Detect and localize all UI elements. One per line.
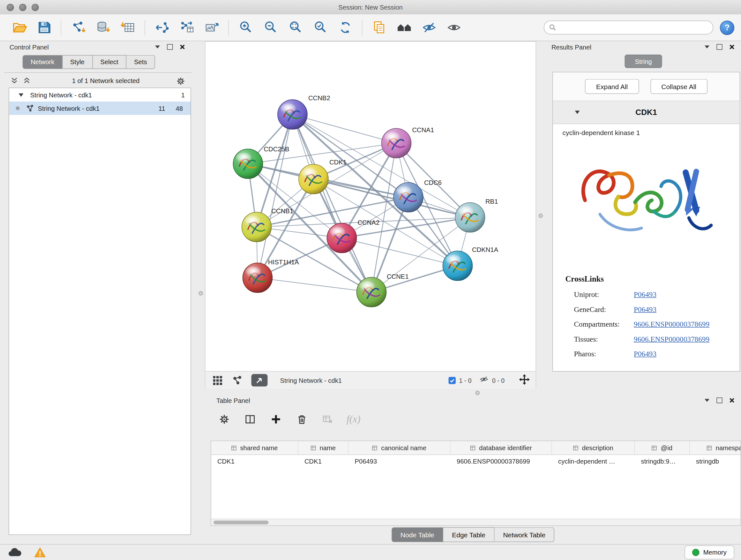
tab-node-table[interactable]: Node Table bbox=[391, 527, 443, 543]
float-panel-icon[interactable] bbox=[716, 397, 723, 404]
table-cell[interactable]: stringdb:9… bbox=[635, 458, 690, 465]
network-node-CCNE1[interactable] bbox=[357, 277, 387, 307]
close-panel-icon[interactable] bbox=[729, 44, 735, 51]
table-cell[interactable]: P06493 bbox=[348, 458, 451, 465]
zoom-in-icon[interactable] bbox=[237, 18, 255, 37]
table-settings-gear-icon[interactable] bbox=[217, 413, 231, 426]
float-panel-icon[interactable] bbox=[716, 44, 723, 51]
memory-button[interactable]: Memory bbox=[684, 545, 734, 559]
crosslink-link[interactable]: 9606.ENSP00000378699 bbox=[634, 334, 710, 343]
save-session-icon[interactable] bbox=[35, 18, 53, 37]
home-overview-icon[interactable] bbox=[395, 18, 413, 37]
table-cell[interactable]: CDK1 bbox=[211, 458, 298, 465]
collapse-panel-icon[interactable] bbox=[154, 44, 161, 51]
table-row[interactable]: CDK1CDK1P064939606.ENSP00000378699cyclin… bbox=[211, 455, 741, 468]
import-network-from-file-icon[interactable] bbox=[69, 18, 87, 37]
zoom-window-icon[interactable] bbox=[31, 4, 39, 11]
protein-section-header[interactable]: CDK1 bbox=[553, 101, 740, 124]
network-node-CCNB1[interactable] bbox=[242, 212, 272, 242]
column-header-name[interactable]: name bbox=[298, 441, 349, 455]
table-cell[interactable]: stringdb bbox=[690, 458, 741, 465]
network-node-CDK1[interactable] bbox=[299, 165, 328, 194]
collapse-panel-icon[interactable] bbox=[704, 397, 711, 404]
column-header-database-identifier[interactable]: database identifier bbox=[451, 441, 552, 455]
grid-view-icon[interactable] bbox=[211, 374, 224, 387]
zoom-selected-icon[interactable] bbox=[311, 18, 329, 37]
tab-sets[interactable]: Sets bbox=[126, 55, 155, 69]
add-column-icon[interactable] bbox=[269, 413, 282, 426]
show-columns-icon[interactable] bbox=[243, 413, 257, 426]
selected-nodes-checkbox[interactable] bbox=[448, 377, 456, 384]
warning-icon[interactable] bbox=[31, 546, 48, 558]
collection-expand-icon[interactable] bbox=[19, 93, 23, 97]
expand-all-button[interactable]: Expand All bbox=[585, 79, 638, 94]
hide-selected-eye-slash-icon[interactable] bbox=[420, 18, 438, 37]
expand-all-networks-icon[interactable] bbox=[23, 77, 31, 84]
table-cell[interactable]: CDK1 bbox=[298, 458, 349, 465]
column-header-canonical-name[interactable]: canonical name bbox=[348, 441, 451, 455]
export-view-button[interactable] bbox=[252, 374, 268, 387]
network-from-selection-icon[interactable] bbox=[153, 18, 171, 37]
right-splitter-handle[interactable] bbox=[539, 213, 543, 218]
network-node-CCNA2[interactable] bbox=[327, 223, 357, 253]
collapse-all-networks-icon[interactable] bbox=[10, 77, 19, 84]
import-network-from-database-icon[interactable] bbox=[94, 18, 112, 37]
crosslink-link[interactable]: P06493 bbox=[634, 349, 657, 358]
export-table-icon[interactable] bbox=[178, 18, 196, 37]
table-body: CDK1CDK1P064939606.ENSP00000378699cyclin… bbox=[211, 455, 741, 468]
close-panel-icon[interactable] bbox=[729, 397, 735, 404]
crosslink-link[interactable]: 9606.ENSP00000378699 bbox=[634, 320, 710, 328]
export-image-icon[interactable] bbox=[203, 18, 221, 37]
import-table-from-file-icon[interactable] bbox=[119, 18, 137, 37]
network-node-CDC6[interactable] bbox=[394, 183, 423, 212]
help-icon[interactable]: ? bbox=[720, 20, 734, 35]
delete-column-trash-icon[interactable] bbox=[295, 413, 308, 426]
crosslink-link[interactable]: P06493 bbox=[634, 305, 657, 314]
tab-string[interactable]: String bbox=[625, 55, 662, 68]
collapse-panel-icon[interactable] bbox=[704, 44, 711, 51]
table-cell[interactable]: 9606.ENSP00000378699 bbox=[451, 458, 552, 465]
table-toolbar: f(x) bbox=[205, 406, 741, 432]
network-canvas[interactable]: CCNB2CCNA1CDC25BCDK1CDC6RB1CCNB1CCNA2CDK… bbox=[205, 42, 536, 371]
refresh-layout-icon[interactable] bbox=[336, 18, 354, 37]
network-node-CDC25B[interactable] bbox=[233, 149, 263, 179]
tab-style[interactable]: Style bbox=[63, 55, 93, 69]
network-node-CCNA1[interactable] bbox=[382, 128, 411, 158]
minimize-window-icon[interactable] bbox=[19, 4, 26, 11]
scrollbar-thumb[interactable] bbox=[213, 520, 269, 524]
network-collection-row[interactable]: String Network - cdk1 1 bbox=[9, 88, 191, 102]
crosslink-link[interactable]: P06493 bbox=[634, 290, 657, 299]
network-node-CDKN1A[interactable] bbox=[443, 251, 473, 281]
tab-network[interactable]: Network bbox=[23, 55, 63, 69]
close-panel-icon[interactable] bbox=[179, 44, 186, 51]
column-header-namespace[interactable]: namespace bbox=[690, 441, 741, 455]
copy-document-icon[interactable] bbox=[370, 18, 388, 37]
collapse-all-button[interactable]: Collapse All bbox=[650, 79, 708, 94]
show-all-eye-icon[interactable] bbox=[445, 18, 463, 37]
column-header-@id[interactable]: @id bbox=[635, 441, 690, 455]
zoom-fit-content-icon[interactable] bbox=[286, 18, 305, 37]
horizontal-splitter-handle[interactable] bbox=[475, 391, 480, 395]
tab-network-table[interactable]: Network Table bbox=[494, 527, 554, 543]
share-network-icon[interactable] bbox=[231, 374, 244, 387]
zoom-out-icon[interactable] bbox=[261, 18, 280, 37]
table-cell[interactable]: cyclin-dependent … bbox=[552, 458, 635, 465]
close-window-icon[interactable] bbox=[7, 4, 14, 11]
section-expand-icon[interactable] bbox=[575, 111, 580, 114]
network-row-selected[interactable]: String Network - cdk1 11 48 bbox=[9, 102, 191, 115]
search-input[interactable] bbox=[556, 23, 708, 32]
network-options-gear-icon[interactable] bbox=[176, 77, 185, 84]
tab-select[interactable]: Select bbox=[92, 55, 126, 69]
network-edge-count: 48 bbox=[176, 105, 183, 112]
open-session-icon[interactable] bbox=[10, 18, 28, 37]
float-panel-icon[interactable] bbox=[166, 44, 173, 51]
tab-edge-table[interactable]: Edge Table bbox=[443, 527, 494, 543]
column-header-description[interactable]: description bbox=[552, 441, 635, 455]
network-node-RB1[interactable] bbox=[455, 203, 485, 233]
pan-move-icon[interactable] bbox=[519, 374, 530, 387]
network-node-HIST1H1A[interactable] bbox=[243, 263, 273, 293]
left-splitter-handle[interactable] bbox=[199, 291, 203, 296]
network-node-CCNB2[interactable] bbox=[278, 100, 307, 129]
column-header-shared-name[interactable]: shared name bbox=[211, 441, 298, 455]
cloud-icon[interactable] bbox=[7, 546, 23, 558]
